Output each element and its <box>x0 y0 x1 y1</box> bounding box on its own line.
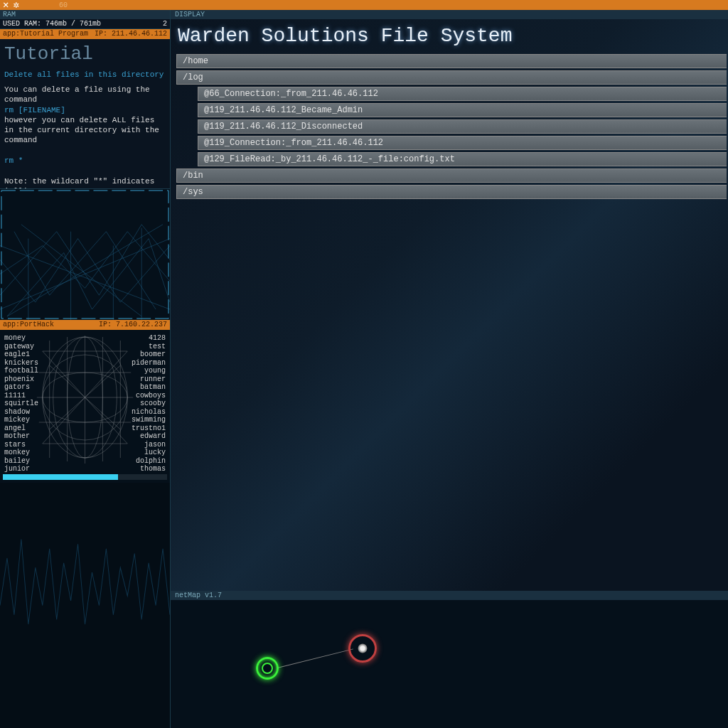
wireframe-visual <box>0 188 170 320</box>
ram-app-bar-porthack[interactable]: app:PortHack IP: 7.160.22.237 <box>0 320 170 330</box>
ram-app-name: app:Tutorial Program <box>0 29 92 39</box>
porthack-word: shadow <box>4 408 38 417</box>
netmap-node-home[interactable] <box>256 657 279 680</box>
right-column: DISPLAY Warden Solutions File System /ho… <box>171 10 728 728</box>
left-column: RAM USED RAM: 746mb / 761mb 2 app:Tutori… <box>0 10 171 728</box>
porthack-word: football <box>4 367 38 375</box>
porthack-app-ip: IP: 7.160.22.237 <box>96 320 170 330</box>
netmap-link <box>277 648 353 668</box>
porthack-word: eagle1 <box>4 350 38 359</box>
porthack-word: swimming <box>132 416 166 424</box>
porthack-word: money <box>4 334 38 343</box>
ram-used-text: USED RAM: 746mb / 761mb <box>3 20 101 28</box>
porthack-app-name: app:PortHack <box>0 320 96 330</box>
ram-panel-header: RAM <box>0 10 170 19</box>
porthack-word: dolphin <box>132 457 166 466</box>
porthack-word: angel <box>4 424 38 433</box>
porthack-word: mickey <box>4 416 38 424</box>
porthack-word: test <box>132 343 166 351</box>
porthack-progress <box>3 474 167 480</box>
filesystem-file[interactable]: @119_211.46.46.112_Disconnected <box>198 119 727 134</box>
porthack-word: 4128 <box>132 334 166 343</box>
filesystem-file[interactable]: @119_211.46.46.112_Became_Admin <box>198 103 727 117</box>
porthack-word: scooby <box>132 400 166 408</box>
porthack-word: 11111 <box>4 392 38 400</box>
porthack-word: gateway <box>4 343 38 351</box>
porthack-word: young <box>132 367 166 375</box>
porthack-word: junior <box>4 465 38 473</box>
tutorial-panel: Tutorial Delete all files in this direct… <box>0 39 170 188</box>
porthack-word: piderman <box>132 359 166 368</box>
porthack-word: phoenix <box>4 375 38 384</box>
filesystem-rows: /home/log@66_Connection:_from_211.46.46.… <box>176 54 727 199</box>
porthack-word: gators <box>4 383 38 392</box>
porthack-word: stars <box>4 441 38 449</box>
porthack-word: thomas <box>132 465 166 473</box>
tutorial-line2: however you can delete ALL files in the … <box>4 116 159 145</box>
porthack-word: mother <box>4 432 38 441</box>
display-panel: Warden Solutions File System /home/log@6… <box>171 19 728 591</box>
porthack-word: batman <box>132 383 166 392</box>
gear-icon[interactable]: ✲ <box>13 0 18 10</box>
filesystem-folder[interactable]: /sys <box>176 185 727 199</box>
netmap-node-target[interactable] <box>348 634 377 663</box>
porthack-word: jason <box>132 441 166 449</box>
ram-stats: USED RAM: 746mb / 761mb 2 <box>0 19 170 29</box>
filesystem-folder[interactable]: /bin <box>176 168 727 183</box>
ram-app-ip: IP: 211.46.46.112 <box>92 29 170 39</box>
porthack-word: edward <box>132 432 166 441</box>
display-panel-header: DISPLAY <box>171 10 728 19</box>
porthack-word: runner <box>132 375 166 384</box>
porthack-right-column: 4128testboomerpidermanyoungrunnerbatmanc… <box>132 334 166 471</box>
netmap-panel[interactable] <box>171 600 728 728</box>
filesystem-folder[interactable]: /log <box>176 70 727 85</box>
ram-process-count: 2 <box>163 20 167 28</box>
porthack-word: squirtle <box>4 400 38 408</box>
porthack-word: knickers <box>4 359 38 368</box>
tutorial-cmd1: rm [FILENAME] <box>4 106 65 114</box>
fps-counter: 60 <box>59 1 68 9</box>
porthack-progress-fill <box>3 474 118 480</box>
porthack-panel: moneygatewayeagle1knickersfootballphoeni… <box>0 330 170 483</box>
porthack-word: lucky <box>132 449 166 457</box>
porthack-left-column: moneygatewayeagle1knickersfootballphoeni… <box>4 334 38 471</box>
title-bar: ✕ ✲ 60 <box>0 0 728 10</box>
porthack-word: trustno1 <box>132 424 166 433</box>
porthack-word: monkey <box>4 449 38 457</box>
close-icon[interactable]: ✕ <box>3 0 9 10</box>
porthack-word: bailey <box>4 457 38 466</box>
tutorial-title: Tutorial <box>4 43 166 65</box>
porthack-word: nicholas <box>132 408 166 417</box>
filesystem-title: Warden Solutions File System <box>176 25 727 47</box>
porthack-word: cowboys <box>132 392 166 400</box>
svg-rect-6 <box>0 483 170 728</box>
audio-visualizer <box>0 483 170 728</box>
filesystem-file[interactable]: @119_Connection:_from_211.46.46.112 <box>198 136 727 150</box>
porthack-word: boomer <box>132 350 166 359</box>
tutorial-subtitle: Delete all files in this directory <box>4 70 166 79</box>
filesystem-file[interactable]: @66_Connection:_from_211.46.46.112 <box>198 87 727 101</box>
netmap-panel-header: netMap v1.7 <box>171 591 728 600</box>
filesystem-folder[interactable]: /home <box>176 54 727 68</box>
tutorial-cmd2: rm * <box>4 156 23 165</box>
tutorial-line1: You can delete a file using the command <box>4 85 150 104</box>
ram-app-bar-tutorial[interactable]: app:Tutorial Program IP: 211.46.46.112 <box>0 29 170 39</box>
filesystem-file[interactable]: @129_FileRead:_by_211.46.46.112_-_file:c… <box>198 152 727 166</box>
